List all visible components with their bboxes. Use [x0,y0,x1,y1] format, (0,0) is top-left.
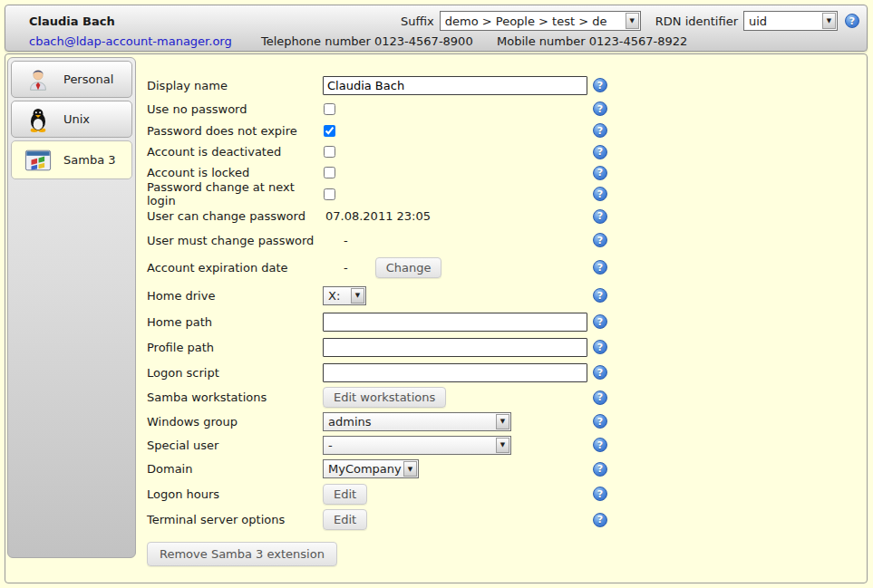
help-icon[interactable]: ? [593,365,607,380]
field-label: Logon hours [147,487,323,501]
lam-user-edit-page: Claudia Bach Suffix demo > People > test… [0,0,873,588]
help-icon[interactable]: ? [593,187,607,201]
remove-samba3-extension-button[interactable]: Remove Samba 3 extension [147,542,337,566]
field-label: Domain [147,462,323,476]
edit-terminal-server-button[interactable]: Edit [323,509,367,530]
chevron-down-icon[interactable]: ▼ [496,438,509,453]
special-user-value: - [328,439,333,452]
field-label: Password does not expire [147,124,323,138]
change-expiration-button[interactable]: Change [375,257,442,278]
domain-select[interactable]: MyCompany ▼ [323,459,419,478]
tab-label: Unix [63,112,90,126]
windows-group-value: admins [328,415,372,429]
form-row-use-no-password: Use no password ? [147,98,607,120]
field-label: Samba workstations [147,390,323,404]
samba3-form: Display name ? Use no password ? Passwor… [147,72,607,566]
help-icon[interactable]: ? [593,340,607,354]
suffix-label: Suffix [401,14,434,28]
form-row-account-deactivated: Account is deactivated ? [147,141,607,162]
help-icon[interactable]: ? [593,390,607,405]
profile-path-input[interactable] [323,338,587,357]
help-icon[interactable]: ? [593,513,607,527]
help-icon[interactable]: ? [593,123,607,138]
help-icon[interactable]: ? [593,414,607,429]
field-label: Profile path [147,341,323,354]
help-icon[interactable]: ? [593,260,607,275]
help-icon[interactable]: ? [593,145,607,159]
tab-label: Personal [63,72,113,86]
account-deactivated-checkbox[interactable] [324,146,335,158]
form-row-domain: Domain MyCompany ▼ ? [147,457,607,481]
header-row-bottom: cbach@ldap-account-manager.org Telephone… [5,32,867,50]
chevron-down-icon[interactable]: ▼ [496,414,509,429]
help-icon[interactable]: ? [593,78,607,92]
field-label: Special user [147,439,323,452]
field-label: Terminal server options [147,513,323,526]
form-row-user-can-change-password: User can change password 07.08.2011 23:0… [147,205,607,227]
help-icon[interactable]: ? [593,288,607,303]
windows-group-select[interactable]: admins ▼ [323,412,511,431]
form-row-home-path: Home path ? [147,309,607,334]
form-row-windows-group: Windows group admins ▼ ? [147,410,607,433]
field-label: Password change at next login [147,180,323,207]
form-row-terminal-server: Terminal server options Edit ? [147,506,607,533]
form-row-password-does-not-expire: Password does not expire ? [147,120,607,141]
mobile-number: Mobile number 0123-4567-8922 [497,34,687,48]
field-label: Display name [147,79,323,92]
domain-value: MyCompany [328,462,402,476]
tab-personal[interactable]: Personal [11,61,132,98]
field-label: Logon script [147,366,323,380]
user-must-change-password-value: - [323,234,348,247]
form-row-profile-path: Profile path ? [147,334,607,360]
help-icon[interactable]: ? [593,438,607,452]
special-user-select[interactable]: - ▼ [323,436,511,455]
form-row-samba-workstations: Samba workstations Edit workstations ? [147,385,607,410]
email-link[interactable]: cbach@ldap-account-manager.org [29,34,261,48]
chevron-down-icon[interactable]: ▼ [822,13,836,29]
field-label: Account expiration date [147,261,323,275]
field-label: User must change password [147,234,323,247]
home-drive-select[interactable]: X: ▼ [323,286,366,305]
header: Claudia Bach Suffix demo > People > test… [5,5,868,52]
form-row-password-change-next-login: Password change at next login ? [147,183,607,205]
tab-unix[interactable]: Unix [11,101,132,138]
form-row-logon-hours: Logon hours Edit ? [147,481,607,506]
help-icon[interactable]: ? [593,233,607,247]
help-icon[interactable]: ? [593,462,607,477]
chevron-down-icon[interactable]: ▼ [403,461,417,477]
edit-logon-hours-button[interactable]: Edit [323,484,367,505]
tab-label: Samba 3 [63,153,116,167]
help-icon[interactable]: ? [593,101,607,116]
logon-script-input[interactable] [323,363,587,382]
help-icon[interactable]: ? [845,14,859,28]
telephone-number: Telephone number 0123-4567-8900 [261,34,497,48]
help-icon[interactable]: ? [593,209,607,224]
help-icon[interactable]: ? [593,487,607,501]
form-row-logon-script: Logon script ? [147,360,607,385]
suffix-select[interactable]: demo > People > test > de ▼ [440,11,641,31]
use-no-password-checkbox[interactable] [324,103,335,115]
help-icon[interactable]: ? [593,314,607,329]
edit-workstations-button[interactable]: Edit workstations [323,387,446,408]
field-label: Windows group [147,415,323,429]
password-does-not-expire-checkbox[interactable] [324,125,335,137]
tab-sidebar: Personal Unix [7,57,136,558]
display-name-input[interactable] [323,76,587,95]
form-row-account-expiration: Account expiration date - Change ? [147,253,607,282]
home-drive-value: X: [328,289,340,303]
chevron-down-icon[interactable]: ▼ [626,13,639,29]
account-expiration-value: - [323,261,348,275]
tux-icon [24,105,53,134]
rdn-identifier-label: RDN identifier [655,14,738,28]
form-row-user-must-change-password: User must change password - ? [147,227,607,253]
account-locked-checkbox[interactable] [324,167,335,178]
password-change-next-login-checkbox[interactable] [324,188,335,200]
user-icon [24,65,53,94]
user-can-change-password-value: 07.08.2011 23:05 [323,209,431,223]
rdn-identifier-select[interactable]: uid ▼ [743,11,838,31]
home-path-input[interactable] [323,313,587,332]
user-name: Claudia Bach [29,14,115,28]
tab-samba3[interactable]: Samba 3 [11,140,132,179]
chevron-down-icon[interactable]: ▼ [351,288,364,304]
help-icon[interactable]: ? [593,166,607,180]
